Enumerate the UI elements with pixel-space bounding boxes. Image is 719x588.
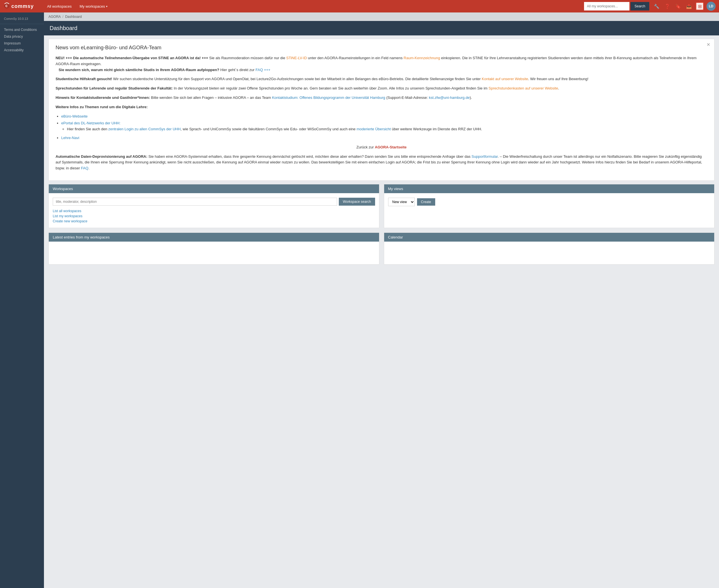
raum-kennzeichnung-link[interactable]: Raum-Kennzeichnung	[404, 56, 440, 60]
top-nav: commsy c All workspaces My workspaces ▾ …	[0, 0, 719, 13]
news-title: News vom eLearning-Büro- und AGORA-Team	[56, 45, 707, 51]
all-workspaces-link[interactable]: All workspaces	[43, 0, 76, 13]
news-body: NEU! +++ Die automatische Teilnehmenden-…	[56, 55, 707, 171]
logo-area[interactable]: commsy c	[3, 1, 43, 12]
login-link[interactable]: zentralen Login zu allen CommSys der UHH	[108, 127, 181, 131]
bookmark-icon[interactable]: 🔖	[674, 2, 682, 10]
breadcrumb-agora[interactable]: AGORA	[48, 15, 61, 19]
global-search-input[interactable]	[584, 2, 630, 10]
sidebar: CommSy 10.0.13 Terms and Conditions Data…	[0, 13, 44, 588]
workspaces-panel-body: Workspace search List all workspaces Lis…	[49, 193, 379, 228]
moderated-link[interactable]: moderierte Übersicht	[357, 127, 391, 131]
calendar-panel-header: Calendar	[384, 233, 715, 241]
workspace-search-input[interactable]	[53, 198, 337, 206]
svg-text:commsy: commsy	[11, 3, 34, 9]
list-all-workspaces-link[interactable]: List all workspaces	[53, 209, 375, 213]
workspace-search-button[interactable]: Workspace search	[339, 198, 375, 206]
myviews-panel-header: My views	[384, 184, 715, 193]
myviews-panel: My views New view Create	[384, 184, 715, 228]
news-p1: NEU! +++ Die automatische Teilnehmenden-…	[56, 55, 707, 73]
myviews-select[interactable]: New view	[388, 198, 415, 206]
my-workspaces-link[interactable]: My workspaces ▾	[76, 0, 112, 13]
close-button[interactable]: ✕	[706, 42, 710, 47]
myviews-row: New view Create	[388, 198, 711, 206]
kontaktstudium-link[interactable]: Kontaktstudium: Offenes Bildungsprogramm…	[272, 96, 385, 100]
calendar-panel-body	[384, 241, 715, 264]
list-item-ebuero: eBüro-Webseite	[61, 113, 707, 120]
arrow-indicator: ↑	[698, 0, 702, 2]
sidebar-version: CommSy 10.0.13	[0, 15, 44, 24]
dashboard-title: Dashboard	[49, 25, 77, 31]
ebuero-link[interactable]: eBüro-Webseite	[61, 114, 87, 119]
kontakt-website-link[interactable]: Kontakt auf unserer Website	[482, 77, 528, 81]
email-link[interactable]: kst.zfw@uni-hamburg.de	[429, 96, 470, 100]
sublist-item: Hier finden Sie auch den zentralen Login…	[67, 126, 707, 132]
myviews-create-button[interactable]: Create	[417, 198, 435, 206]
faq2-link[interactable]: FAQ	[81, 166, 88, 170]
myviews-panel-body: New view Create	[384, 193, 715, 211]
page-wrapper: CommSy 10.0.13 Terms and Conditions Data…	[0, 13, 719, 588]
news-center: Zurück zur AGORA-Startseite	[56, 144, 707, 150]
news-sublist: Hier finden Sie auch den zentralen Login…	[67, 126, 707, 132]
upload-icon[interactable]: 📤	[685, 2, 693, 10]
global-search-button[interactable]: Search	[631, 2, 649, 10]
sprechstunden-link[interactable]: Sprechstundenkasten auf unserer Website	[488, 86, 558, 90]
list-my-workspaces-link[interactable]: List my workspaces	[53, 214, 375, 218]
workspaces-panel: Workspaces Workspace search List all wor…	[48, 184, 379, 228]
sidebar-privacy-link[interactable]: Data privacy	[0, 33, 44, 40]
breadcrumb-dashboard: Dashboard	[65, 15, 82, 19]
news-p5: Automatische Daten-Deprovisionierung auf…	[56, 154, 707, 171]
workspaces-panel-header: Workspaces	[49, 184, 379, 193]
sidebar-impressum-link[interactable]: Impressum	[0, 40, 44, 47]
create-new-workspace-link[interactable]: Create new workspace	[53, 219, 375, 223]
support-link[interactable]: Supportformular	[472, 154, 498, 159]
logo-text: commsy c	[3, 1, 37, 12]
breadcrumb: AGORA / Dashboard	[44, 13, 719, 21]
nav-icons: 🔧 ❓ 🔖 📤 ⊞ ↑ LD	[653, 2, 716, 11]
avatar[interactable]: LD	[706, 2, 716, 11]
news-panel: ✕ News vom eLearning-Büro- und AGORA-Tea…	[48, 39, 715, 181]
news-p-list-header: Weitere Infos zu Themen rund um die Digi…	[56, 104, 707, 110]
breadcrumb-sep: /	[62, 15, 63, 19]
main-content: AGORA / Dashboard Dashboard ✕ News vom e…	[44, 13, 719, 588]
lehre-navi-link[interactable]: Lehre-Navi	[61, 136, 79, 140]
news-p4: Hinweis für Kontaktstudierende und Gasth…	[56, 95, 707, 101]
sidebar-terms-link[interactable]: Terms and Conditions	[0, 26, 44, 33]
news-list: eBüro-Webseite ePortal des DL-Netzwerks …	[61, 113, 707, 141]
help-icon[interactable]: ❓	[663, 2, 671, 10]
list-item-eportal: ePortal des DL-Netzwerks der UHH: Hier f…	[61, 120, 707, 132]
bottom-section-1: Workspaces Workspace search List all wor…	[44, 184, 719, 233]
latest-panel: Latest entries from my workspaces	[48, 233, 379, 265]
sidebar-accessibility-link[interactable]: Accessability	[0, 47, 44, 54]
workspace-links: List all workspaces List my workspaces C…	[53, 209, 375, 223]
news-p3: Sprechstunden für Lehrende und regulär S…	[56, 86, 707, 91]
dashboard-header: Dashboard	[44, 21, 719, 36]
calendar-panel: Calendar	[384, 233, 715, 265]
eportal-link[interactable]: ePortal des DL-Netzwerks der UHH:	[61, 121, 120, 125]
latest-panel-body	[49, 241, 379, 264]
wrench-icon[interactable]: 🔧	[653, 2, 661, 10]
grid-icon[interactable]: ⊞ ↑	[696, 2, 704, 10]
nav-search: Search	[584, 2, 649, 10]
my-workspaces-chevron: ▾	[106, 5, 107, 8]
list-item-lehre: Lehre-Navi	[61, 135, 707, 141]
latest-panel-header: Latest entries from my workspaces	[49, 233, 379, 241]
bottom-section-2: Latest entries from my workspaces Calend…	[44, 233, 719, 269]
faq1-link[interactable]: FAQ +++	[256, 68, 270, 72]
news-p2: Studentische Hilfskraft gesucht! Wir suc…	[56, 76, 707, 82]
stine-lv-id-link[interactable]: STiNE-LV-ID	[286, 56, 307, 60]
nav-links: All workspaces My workspaces ▾	[43, 0, 584, 13]
workspace-search-row: Workspace search	[53, 198, 375, 206]
svg-text:c: c	[5, 3, 8, 8]
agora-startseite-link[interactable]: AGORA-Startseite	[375, 145, 406, 149]
